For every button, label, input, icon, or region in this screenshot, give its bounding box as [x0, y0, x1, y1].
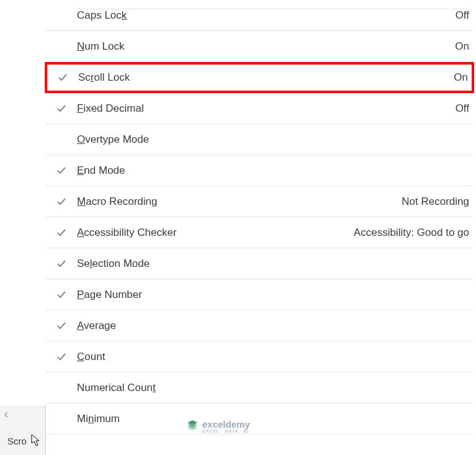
menu-item-label: Fixed Decimal	[77, 102, 456, 115]
check-icon	[46, 259, 77, 269]
menu-item-label: Overtype Mode	[77, 133, 469, 146]
menu-item-4[interactable]: Overtype Mode	[46, 124, 473, 155]
menu-item-13[interactable]: Minimum	[46, 403, 473, 435]
mouse-cursor-icon	[31, 434, 42, 450]
menu-item-label: Numerical Count	[77, 382, 469, 394]
menu-item-5[interactable]: End Mode	[46, 155, 473, 186]
menu-item-11[interactable]: Count	[46, 341, 473, 372]
statusbar-scroll-lock-text: Scro	[7, 436, 27, 446]
check-icon	[46, 166, 77, 176]
check-icon	[46, 197, 77, 207]
menu-item-label: End Mode	[77, 164, 469, 177]
check-icon	[46, 321, 77, 331]
watermark-sub: EXCEL · DATA · BI	[202, 429, 250, 433]
menu-item-3[interactable]: Fixed DecimalOff	[46, 93, 473, 124]
menu-item-label: Selection Mode	[77, 258, 469, 270]
menu-item-label: Accessibility Checker	[77, 227, 354, 239]
menu-item-value: On	[455, 40, 469, 53]
menu-item-0[interactable]: Caps LockOff	[46, 0, 473, 31]
menu-item-6[interactable]: Macro RecordingNot Recording	[46, 186, 473, 217]
menu-item-value: Not Recording	[402, 196, 469, 208]
menu-item-label: Average	[77, 320, 469, 332]
watermark: exceldemy EXCEL · DATA · BI	[186, 419, 250, 434]
menu-item-value: Accessibility: Good to go	[354, 227, 469, 239]
statusbar-fragment: Scro	[0, 405, 46, 455]
menu-item-label: Macro Recording	[77, 196, 402, 208]
check-icon	[46, 228, 77, 238]
check-icon	[46, 290, 77, 300]
watermark-text: exceldemy EXCEL · DATA · BI	[202, 420, 250, 433]
watermark-main: exceldemy	[202, 420, 250, 429]
menu-item-value: Off	[456, 9, 469, 22]
menu-item-value: On	[454, 71, 468, 84]
menu-item-label: Count	[77, 351, 469, 363]
menu-item-10[interactable]: Average	[46, 310, 473, 341]
menu-item-label: Page Number	[77, 289, 469, 301]
menu-item-1[interactable]: Num LockOn	[46, 31, 473, 62]
watermark-logo-icon	[186, 419, 199, 434]
sheet-scroll-arrow[interactable]	[4, 412, 9, 419]
menu-item-label: Num Lock	[77, 40, 455, 53]
menu-item-7[interactable]: Accessibility CheckerAccessibility: Good…	[46, 217, 473, 248]
menu-item-9[interactable]: Page Number	[46, 279, 473, 310]
check-icon	[46, 104, 77, 114]
menu-item-value: Off	[456, 102, 469, 115]
menu-item-12[interactable]: Numerical Count	[46, 372, 473, 403]
statusbar-context-menu: Caps LockOffNum LockOnScroll LockOnFixed…	[46, 0, 473, 435]
check-icon	[47, 73, 78, 83]
menu-item-8[interactable]: Selection Mode	[46, 248, 473, 279]
menu-item-label: Minimum	[77, 413, 469, 425]
menu-item-2[interactable]: Scroll LockOn	[45, 62, 474, 93]
menu-item-label: Scroll Lock	[78, 71, 454, 84]
menu-item-label: Caps Lock	[77, 9, 456, 22]
check-icon	[46, 352, 77, 362]
